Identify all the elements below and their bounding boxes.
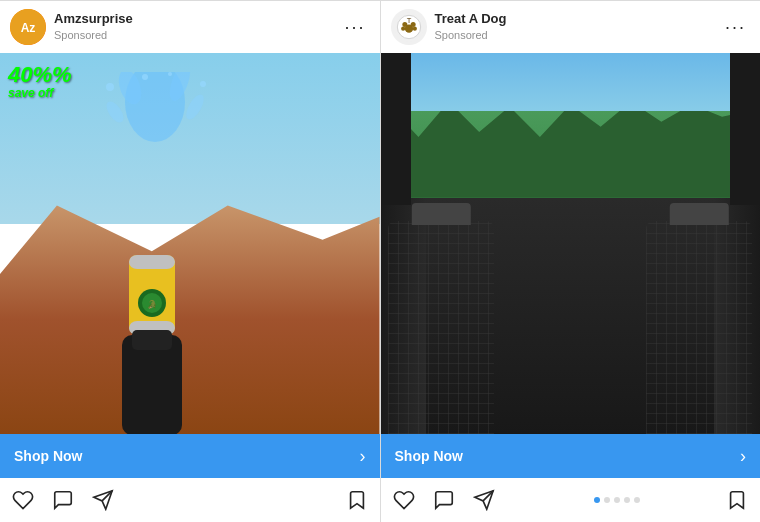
treat-post-image — [381, 53, 761, 434]
treat-more-options[interactable]: ··· — [721, 14, 750, 40]
right-headrest — [670, 203, 728, 225]
post-treat-a-dog: T Treat A Dog Sponsored ··· — [381, 1, 761, 522]
svg-rect-18 — [132, 330, 172, 350]
treat-account-name[interactable]: Treat A Dog — [435, 11, 721, 28]
treat-sponsored-label: Sponsored — [435, 28, 721, 42]
amz-account-name[interactable]: Amzsurprise — [54, 11, 340, 28]
treat-share-button[interactable] — [471, 487, 497, 513]
sky-view — [381, 53, 761, 111]
amz-header-text: Amzsurprise Sponsored — [54, 11, 340, 42]
treat-shop-now-arrow: › — [740, 446, 746, 467]
amz-post-actions — [0, 478, 380, 522]
amz-sponsored-label: Sponsored — [54, 28, 340, 42]
amz-comment-button[interactable] — [50, 487, 76, 513]
dot-5 — [634, 497, 640, 503]
amz-more-options[interactable]: ··· — [340, 14, 369, 40]
treat-header-text: Treat A Dog Sponsored — [435, 11, 721, 42]
amz-shop-now-text: Shop Now — [14, 448, 82, 464]
svg-text:Az: Az — [21, 21, 36, 35]
svg-text:T: T — [406, 16, 411, 25]
amz-share-button[interactable] — [90, 487, 116, 513]
amz-shop-now-arrow: › — [360, 446, 366, 467]
car-pillar-left — [381, 53, 411, 205]
amz-post-image: 40%% save off 🐊 — [0, 53, 380, 434]
svg-point-25 — [410, 22, 415, 27]
svg-point-6 — [183, 92, 207, 122]
svg-point-27 — [412, 27, 416, 31]
svg-point-7 — [106, 83, 114, 91]
svg-point-10 — [168, 72, 172, 76]
bottle-hand-group: 🐊 — [107, 235, 197, 434]
amz-like-button[interactable] — [10, 487, 36, 513]
svg-point-26 — [401, 27, 405, 31]
discount-badge: 40%% save off — [8, 63, 72, 100]
car-interior — [381, 198, 761, 434]
dot-2 — [604, 497, 610, 503]
svg-point-9 — [142, 74, 148, 80]
car-window-view — [381, 53, 761, 198]
svg-text:🐊: 🐊 — [147, 299, 157, 309]
car-pillar-right — [730, 53, 760, 205]
dot-1 — [594, 497, 600, 503]
avatar-treat-a-dog[interactable]: T — [391, 9, 427, 45]
left-headrest — [412, 203, 470, 225]
amz-bookmark-button[interactable] — [344, 487, 370, 513]
post-amzsurprise: Az Amzsurprise Sponsored ··· — [0, 1, 381, 522]
svg-rect-12 — [129, 255, 175, 269]
left-seat-back — [388, 221, 494, 434]
svg-point-5 — [103, 99, 127, 126]
treat-bookmark-button[interactable] — [724, 487, 750, 513]
right-seat-back — [646, 221, 752, 434]
svg-point-8 — [200, 81, 206, 87]
post-header-amz: Az Amzsurprise Sponsored ··· — [0, 1, 380, 53]
avatar-amzsurprise[interactable]: Az — [10, 9, 46, 45]
posts-container: Az Amzsurprise Sponsored ··· — [0, 0, 760, 522]
water-splash — [95, 72, 215, 206]
treat-post-actions — [381, 478, 761, 522]
treat-shop-now-text: Shop Now — [395, 448, 463, 464]
dot-4 — [624, 497, 630, 503]
treat-like-button[interactable] — [391, 487, 417, 513]
dot-3 — [614, 497, 620, 503]
treat-shop-now-bar[interactable]: Shop Now › — [381, 434, 761, 478]
treat-comment-button[interactable] — [431, 487, 457, 513]
carousel-dots — [594, 497, 640, 503]
amz-shop-now-bar[interactable]: Shop Now › — [0, 434, 380, 478]
post-header-treat: T Treat A Dog Sponsored ··· — [381, 1, 761, 53]
